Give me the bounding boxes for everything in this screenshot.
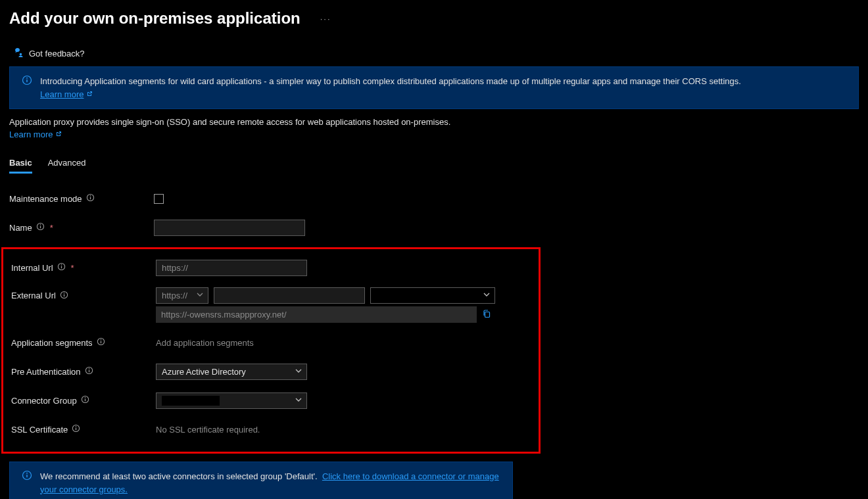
- svg-point-6: [89, 195, 90, 196]
- connector-label: Connector Group: [11, 396, 77, 406]
- info-icon[interactable]: [36, 222, 45, 233]
- info-icon[interactable]: [86, 193, 95, 204]
- external-url-scheme-value: https://: [162, 291, 187, 300]
- info-icon[interactable]: [60, 291, 68, 301]
- redacted-value: [162, 396, 220, 406]
- description-learn-more-link[interactable]: Learn more: [9, 130, 53, 139]
- chevron-down-icon: [196, 291, 204, 300]
- required-asterisk: *: [50, 223, 53, 233]
- external-url-label: External Url: [11, 291, 56, 300]
- banner-text: Introducing Application segments for wil…: [40, 76, 741, 86]
- svg-point-15: [64, 292, 64, 293]
- internal-url-label: Internal Url: [11, 263, 53, 273]
- svg-point-3: [26, 78, 28, 79]
- maintenance-mode-label: Maintenance mode: [9, 194, 82, 204]
- ssl-value: No SSL certificate required.: [156, 425, 260, 435]
- connectors-banner-text: We recommend at least two active connect…: [40, 471, 318, 481]
- highlighted-section: Internal Url * External Url https://: [1, 247, 541, 454]
- svg-point-12: [60, 264, 61, 265]
- tab-advanced[interactable]: Advanced: [48, 158, 86, 174]
- chevron-down-icon: [295, 396, 302, 406]
- feedback-button[interactable]: Got feedback?: [9, 47, 859, 60]
- internal-url-input[interactable]: [156, 260, 307, 276]
- svg-point-25: [84, 397, 85, 398]
- page-title: Add your own on-premises application: [9, 9, 301, 28]
- preauth-select[interactable]: Azure Active Directory: [156, 364, 307, 380]
- more-actions-ellipsis[interactable]: ···: [320, 14, 331, 24]
- ssl-label: SSL Certificate: [11, 425, 68, 435]
- external-url-scheme-select[interactable]: https://: [156, 287, 208, 304]
- description-text: Application proxy provides single sign-o…: [9, 117, 859, 127]
- svg-point-9: [39, 224, 40, 225]
- info-banner-segments: Introducing Application segments for wil…: [9, 66, 859, 109]
- info-icon[interactable]: [72, 424, 80, 435]
- add-segments-link[interactable]: Add application segments: [156, 338, 254, 348]
- svg-point-0: [20, 53, 22, 56]
- preauth-value: Azure Active Directory: [162, 367, 246, 377]
- info-icon[interactable]: [81, 395, 89, 406]
- external-link-icon: [86, 89, 93, 99]
- tabs: Basic Advanced: [9, 158, 859, 174]
- feedback-label: Got feedback?: [29, 49, 85, 59]
- chevron-down-icon: [295, 367, 302, 377]
- info-icon: [22, 75, 32, 89]
- info-icon[interactable]: [57, 262, 66, 273]
- name-input[interactable]: [154, 220, 305, 236]
- svg-point-19: [100, 339, 101, 340]
- svg-point-28: [76, 426, 76, 427]
- copy-icon[interactable]: [482, 309, 491, 320]
- tab-basic[interactable]: Basic: [9, 158, 32, 174]
- external-url-readonly: https://-owensrs.msappproxy.net/: [156, 306, 477, 323]
- external-url-subdomain-input[interactable]: [214, 287, 365, 304]
- svg-rect-16: [485, 312, 490, 318]
- svg-point-22: [88, 368, 89, 369]
- maintenance-mode-checkbox[interactable]: [154, 194, 164, 204]
- info-banner-connectors: We recommend at least two active connect…: [9, 462, 513, 499]
- connector-select[interactable]: [156, 392, 307, 409]
- svg-point-31: [26, 473, 28, 474]
- preauth-label: Pre Authentication: [11, 367, 81, 377]
- info-icon[interactable]: [85, 366, 93, 377]
- redacted-value: [376, 291, 462, 300]
- segments-label: Application segments: [11, 338, 93, 348]
- info-icon: [22, 470, 32, 485]
- external-link-icon: [55, 130, 62, 139]
- required-asterisk: *: [71, 263, 74, 273]
- info-icon[interactable]: [97, 337, 105, 348]
- chevron-down-icon: [483, 291, 491, 300]
- banner-learn-more-link[interactable]: Learn more: [40, 89, 84, 99]
- person-feedback-icon: [13, 47, 24, 60]
- name-label: Name: [9, 223, 32, 233]
- external-url-domain-select[interactable]: [370, 287, 495, 304]
